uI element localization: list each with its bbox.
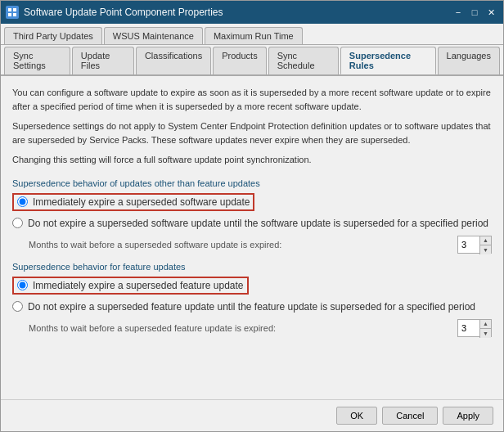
window-title: Software Update Point Component Properti…	[24, 7, 451, 18]
svg-rect-2	[8, 13, 11, 16]
info-paragraph-2: Supersedence settings do not apply to Sy…	[12, 119, 492, 146]
svg-rect-3	[13, 13, 16, 16]
section2-label: Supersedence behavior for feature update…	[12, 262, 492, 272]
tab-classifications[interactable]: Classifications	[136, 47, 211, 74]
section2-radio1[interactable]	[17, 280, 28, 290]
close-button[interactable]: ✕	[484, 5, 498, 20]
svg-rect-1	[13, 8, 16, 11]
section1-months-label: Months to wait before a superseded softw…	[29, 240, 457, 250]
tab-row-2: Sync Settings Update Files Classificatio…	[1, 45, 503, 76]
window-controls: − □ ✕	[451, 5, 498, 20]
main-window: Software Update Point Component Properti…	[0, 0, 504, 432]
section1-spinner-buttons: ▲ ▼	[479, 236, 491, 254]
section1-radio-group: Immediately expire a superseded software…	[12, 193, 492, 229]
section2-option1-box: Immediately expire a superseded feature …	[12, 277, 249, 295]
section2-spinner-buttons: ▲ ▼	[479, 320, 491, 338]
section1-label: Supersedence behavior of updates other t…	[12, 178, 492, 188]
tab-wsus-maintenance[interactable]: WSUS Maintenance	[104, 27, 203, 44]
tab-supersedence-rules[interactable]: Supersedence Rules	[340, 47, 436, 74]
section1-spinner-down[interactable]: ▼	[480, 245, 491, 254]
section2-option1: Immediately expire a superseded feature …	[12, 277, 492, 295]
section1-option2-label: Do not expire a superseded software upda…	[28, 218, 488, 229]
section1-spinner-up[interactable]: ▲	[480, 236, 491, 246]
section1-radio1[interactable]	[17, 196, 28, 207]
tab-languages[interactable]: Languages	[438, 47, 500, 74]
section1-option1-box: Immediately expire a superseded software…	[12, 193, 254, 211]
section2-radio-group: Immediately expire a superseded feature …	[12, 277, 492, 313]
apply-button[interactable]: Apply	[443, 407, 493, 425]
section2-months-spinner: ▲ ▼	[457, 319, 492, 337]
section2-months-row: Months to wait before a superseded featu…	[29, 319, 492, 337]
tab-row-1: Third Party Updates WSUS Maintenance Max…	[1, 24, 503, 45]
tab-update-files[interactable]: Update Files	[72, 47, 134, 74]
tab-sync-schedule[interactable]: Sync Schedule	[268, 47, 339, 74]
section1-months-input[interactable]	[458, 236, 481, 253]
section2-months-label: Months to wait before a superseded featu…	[29, 323, 457, 333]
section1-months-row: Months to wait before a superseded softw…	[29, 236, 492, 254]
window-icon	[6, 6, 19, 19]
dialog-footer: OK Cancel Apply	[1, 399, 503, 431]
tab-maximum-run-time[interactable]: Maximum Run Time	[205, 27, 303, 44]
section2-option1-label: Immediately expire a superseded feature …	[33, 280, 244, 291]
section2-radio2[interactable]	[12, 301, 23, 312]
tab-third-party-updates[interactable]: Third Party Updates	[4, 27, 102, 44]
section1-option2: Do not expire a superseded software upda…	[12, 218, 492, 229]
info-paragraph-1: You can configure a software update to e…	[12, 86, 492, 113]
section1-option1-label: Immediately expire a superseded software…	[33, 196, 250, 208]
title-bar: Software Update Point Component Properti…	[1, 1, 503, 24]
tab-products[interactable]: Products	[213, 47, 266, 74]
info-paragraph-3: Changing this setting will force a full …	[12, 153, 492, 167]
section1-radio2[interactable]	[12, 218, 23, 228]
section2-months-input[interactable]	[458, 320, 481, 336]
svg-rect-0	[8, 8, 11, 11]
content-area: You can configure a software update to e…	[1, 76, 503, 399]
section2-spinner-down[interactable]: ▼	[480, 329, 491, 338]
cancel-button[interactable]: Cancel	[382, 407, 438, 425]
section2-option2-label: Do not expire a superseded feature updat…	[28, 301, 475, 313]
section1-option1: Immediately expire a superseded software…	[12, 193, 492, 211]
tab-sync-settings[interactable]: Sync Settings	[4, 47, 70, 74]
ok-button[interactable]: OK	[336, 407, 377, 425]
minimize-button[interactable]: −	[451, 5, 466, 20]
section2-spinner-up[interactable]: ▲	[480, 320, 491, 330]
section1-months-spinner: ▲ ▼	[457, 236, 492, 254]
section2-option2: Do not expire a superseded feature updat…	[12, 301, 492, 313]
maximize-button[interactable]: □	[467, 5, 482, 20]
